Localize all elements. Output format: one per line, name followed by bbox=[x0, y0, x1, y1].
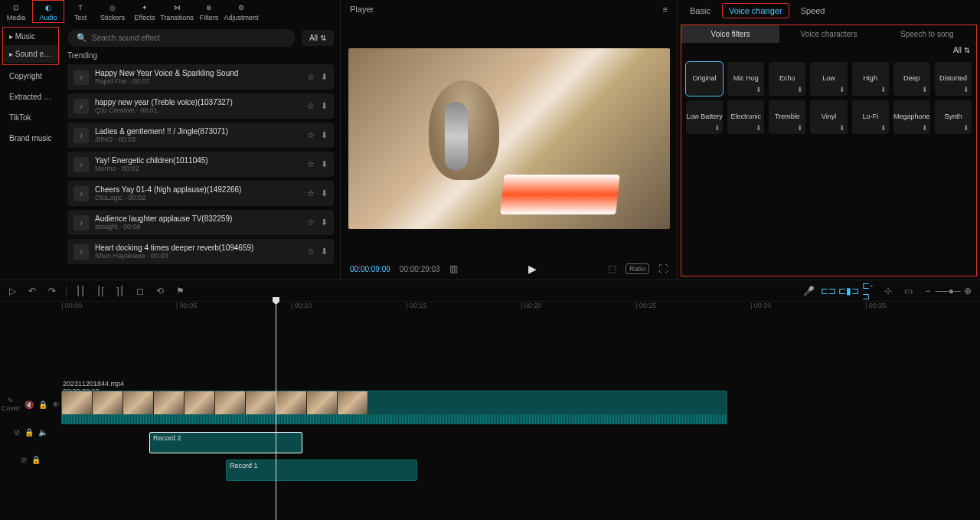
download-icon[interactable]: ⬇ bbox=[714, 125, 720, 132]
vc-filter-all[interactable]: All ⇅ bbox=[953, 46, 970, 54]
sidebar-item[interactable]: ▸ Music bbox=[3, 28, 58, 45]
split-right-tool[interactable]: ]⎮ bbox=[114, 285, 126, 297]
mute-icon[interactable]: ⊘ bbox=[21, 456, 27, 464]
download-icon[interactable]: ⬇ bbox=[922, 125, 928, 132]
select-tool[interactable]: ▷ bbox=[6, 285, 18, 297]
download-icon[interactable]: ⬇ bbox=[756, 125, 762, 132]
inspector-tab[interactable]: Basic bbox=[684, 4, 717, 18]
tab-adjustment[interactable]: ⚙Adjustment bbox=[225, 0, 257, 23]
voice-filter-item[interactable]: Low Battery⬇ bbox=[686, 100, 723, 134]
download-icon[interactable]: ⬇ bbox=[963, 87, 969, 94]
tracks-body[interactable]: 202311201844.mp4 00:00:29:03 Record 2 Re… bbox=[61, 314, 980, 520]
playhead[interactable] bbox=[276, 302, 276, 520]
crop-tool[interactable]: ◻ bbox=[134, 285, 146, 297]
tab-transitions[interactable]: ⋈Transitions bbox=[161, 0, 193, 23]
lock-icon[interactable]: 🔒 bbox=[38, 401, 47, 409]
flag-tool[interactable]: ⚑ bbox=[174, 285, 186, 297]
download-icon[interactable]: ⬇ bbox=[922, 87, 928, 94]
download-icon[interactable]: ⬇ bbox=[321, 101, 328, 111]
player-viewport[interactable] bbox=[341, 18, 677, 258]
favorite-icon[interactable]: ☆ bbox=[307, 217, 315, 227]
voice-filter-item[interactable]: Mic Hog⬇ bbox=[727, 62, 764, 96]
link-icon[interactable]: ⊏-⊐ bbox=[862, 285, 874, 297]
voice-filter-item[interactable]: Synth⬇ bbox=[935, 100, 972, 134]
magnet-track-icon[interactable]: ⊏▮⊐ bbox=[842, 285, 854, 297]
download-icon[interactable]: ⬇ bbox=[839, 125, 845, 132]
voice-filter-item[interactable]: Vinyl⬇ bbox=[810, 100, 847, 134]
audio-item[interactable]: ♪ Yay! Energetic children(1011045) Morin… bbox=[67, 152, 334, 177]
inspector-tab[interactable]: Speed bbox=[795, 4, 831, 18]
sidebar-item[interactable]: Extracted a... bbox=[3, 88, 58, 106]
tab-audio[interactable]: ◐Audio bbox=[32, 0, 64, 23]
favorite-icon[interactable]: ☆ bbox=[307, 159, 315, 169]
download-icon[interactable]: ⬇ bbox=[839, 87, 845, 94]
vc-subtab[interactable]: Voice filters bbox=[681, 25, 779, 43]
lock-icon[interactable]: 🔒 bbox=[24, 428, 34, 437]
snap-icon[interactable]: ⊹ bbox=[882, 285, 894, 297]
voice-filter-item[interactable]: Low⬇ bbox=[810, 62, 847, 96]
download-icon[interactable]: ⬇ bbox=[756, 87, 762, 94]
compare-icon[interactable]: ▥ bbox=[449, 263, 458, 274]
download-icon[interactable]: ⬇ bbox=[880, 125, 887, 132]
sidebar-item[interactable]: ▸ Sound effe... bbox=[3, 45, 58, 63]
favorite-icon[interactable]: ☆ bbox=[307, 72, 315, 82]
download-icon[interactable]: ⬇ bbox=[963, 125, 969, 132]
video-clip[interactable] bbox=[61, 391, 727, 424]
vc-subtab[interactable]: Voice characters bbox=[779, 25, 877, 43]
favorite-icon[interactable]: ☆ bbox=[307, 130, 315, 140]
download-icon[interactable]: ⬇ bbox=[321, 188, 328, 198]
tab-effects[interactable]: ✦Effects bbox=[129, 0, 161, 23]
play-button[interactable]: ▶ bbox=[528, 263, 537, 275]
audio-item[interactable]: ♪ Cheers Yay 01-4 (high applause)(149226… bbox=[67, 181, 334, 206]
volume-icon[interactable]: 🔈 bbox=[38, 428, 47, 437]
download-icon[interactable]: ⬇ bbox=[321, 130, 328, 140]
visibility-icon[interactable]: 👁 bbox=[52, 401, 60, 409]
search-input[interactable] bbox=[92, 34, 286, 42]
sidebar-item[interactable]: Brand music bbox=[3, 129, 58, 147]
zoom-out-icon[interactable]: − bbox=[922, 285, 934, 297]
sidebar-item[interactable]: Copyright bbox=[3, 67, 58, 85]
download-icon[interactable]: ⬇ bbox=[321, 159, 328, 169]
favorite-icon[interactable]: ☆ bbox=[307, 101, 315, 111]
voice-filter-item[interactable]: Original bbox=[686, 62, 723, 96]
audio-clip[interactable]: Record 2 bbox=[149, 432, 302, 453]
download-icon[interactable]: ⬇ bbox=[321, 72, 328, 82]
download-icon[interactable]: ⬇ bbox=[797, 87, 803, 94]
snapshot-icon[interactable]: ⬚ bbox=[608, 263, 616, 274]
audio-item[interactable]: ♪ Audience laughter applause TV(832259) … bbox=[67, 210, 334, 235]
mute-icon[interactable]: ⊘ bbox=[14, 428, 20, 437]
voice-filter-item[interactable]: Tremble⬇ bbox=[769, 100, 805, 134]
tab-media[interactable]: ⊡Media bbox=[0, 0, 32, 23]
fullscreen-icon[interactable]: ⛶ bbox=[658, 263, 668, 274]
download-icon[interactable]: ⬇ bbox=[321, 247, 328, 257]
lock-icon[interactable]: 🔒 bbox=[31, 456, 41, 464]
preview-icon[interactable]: ▭ bbox=[902, 285, 914, 297]
audio-clip[interactable]: Record 1 bbox=[226, 459, 417, 481]
tab-stickers[interactable]: ◎Stickers bbox=[96, 0, 129, 23]
voice-filter-item[interactable]: Echo⬇ bbox=[769, 62, 805, 96]
voice-filter-item[interactable]: High⬇ bbox=[852, 62, 889, 96]
cover-icon[interactable]: ✎ bbox=[8, 397, 14, 404]
tab-text[interactable]: TText bbox=[64, 0, 96, 23]
favorite-icon[interactable]: ☆ bbox=[307, 188, 315, 198]
audio-item[interactable]: ♪ Ladies & gentlemen! !! / Jingle(873071… bbox=[67, 123, 334, 148]
vc-subtab[interactable]: Speech to song bbox=[878, 25, 976, 43]
mute-icon[interactable]: 🔇 bbox=[24, 401, 34, 409]
voice-filter-item[interactable]: Electronic⬇ bbox=[727, 100, 764, 134]
download-icon[interactable]: ⬇ bbox=[880, 87, 887, 94]
favorite-icon[interactable]: ☆ bbox=[307, 247, 315, 257]
voice-filter-item[interactable]: Lo-Fi⬇ bbox=[852, 100, 889, 134]
undo-button[interactable]: ↶ bbox=[26, 285, 38, 297]
split-left-tool[interactable]: ⎮[ bbox=[94, 285, 106, 297]
timeline-ruler[interactable]: | 00:00| 00:05| 00:10| 00:15| 00:20| 00:… bbox=[61, 302, 980, 314]
download-icon[interactable]: ⬇ bbox=[797, 125, 803, 132]
record-button[interactable]: 🎤 bbox=[802, 285, 815, 297]
zoom-slider[interactable]: ──●─ bbox=[942, 285, 954, 297]
download-icon[interactable]: ⬇ bbox=[321, 217, 328, 227]
inspector-tab[interactable]: Voice changer bbox=[723, 4, 789, 18]
ratio-button[interactable]: Ratio bbox=[626, 263, 649, 274]
voice-filter-item[interactable]: Deep⬇ bbox=[893, 62, 930, 96]
redo-button[interactable]: ↷ bbox=[46, 285, 58, 297]
reverse-tool[interactable]: ⟲ bbox=[154, 285, 166, 297]
audio-item[interactable]: ♪ Heart docking 4 times deeper reverb(10… bbox=[67, 239, 334, 264]
